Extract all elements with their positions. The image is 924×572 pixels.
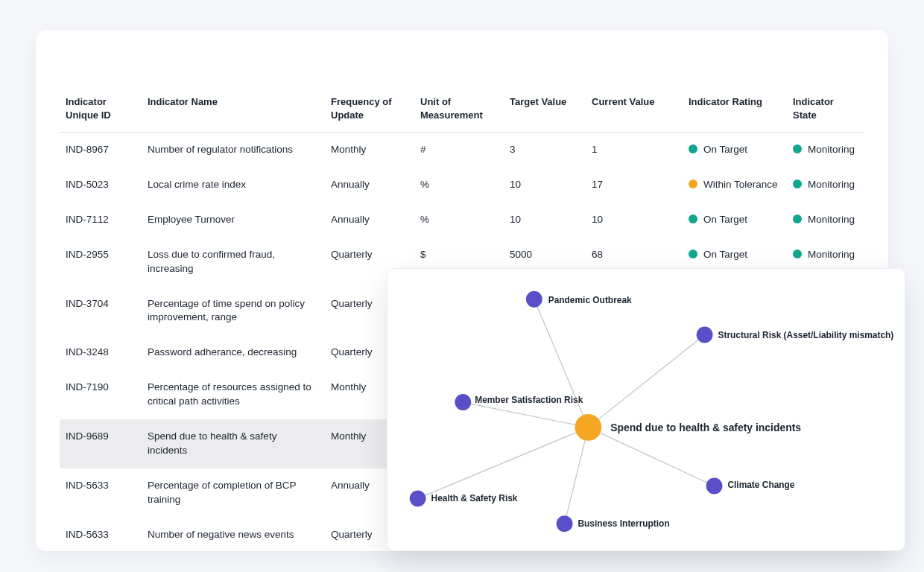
status-dot-icon: [793, 179, 802, 188]
cell-target: 10: [504, 168, 586, 203]
cell-name: Number of regulator notifications: [142, 133, 325, 168]
cell-freq-text: Annually: [331, 480, 370, 491]
cell-freq-text: Monthly: [331, 144, 366, 155]
cell-name: Loss due to confirmed fraud, increasing: [142, 238, 325, 287]
chart-edge: [565, 428, 589, 524]
cell-unit: #: [414, 133, 504, 168]
relationship-chart-panel: Pandemic OutbreakStructural Risk (Asset/…: [387, 268, 905, 551]
status-dot-icon: [793, 250, 802, 258]
relationship-chart-svg: Pandemic OutbreakStructural Risk (Asset/…: [387, 269, 905, 550]
chart-node[interactable]: [557, 515, 573, 532]
table-row[interactable]: IND-7112Employee TurnoverAnnually%1010On…: [60, 203, 864, 238]
chart-node-label: Pandemic Outbreak: [548, 295, 632, 305]
chart-node[interactable]: [697, 327, 713, 343]
cell-name-text: Number of negative news events: [148, 529, 294, 540]
cell-id: IND-3248: [60, 335, 142, 370]
cell-current: 10: [586, 203, 683, 238]
cell-freq: Monthly: [325, 133, 414, 168]
table-row[interactable]: IND-5023Local crime rate indexAnnually%1…: [60, 168, 864, 203]
cell-id-text: IND-5633: [66, 480, 109, 491]
chart-center-node[interactable]: [575, 414, 602, 441]
cell-name-text: Percentage of resources assigned to crit…: [148, 381, 311, 407]
cell-name-text: Percentage of time spend on policy impro…: [148, 298, 305, 323]
chart-node[interactable]: [410, 490, 426, 506]
chart-node[interactable]: [706, 478, 723, 495]
cell-unit: %: [414, 203, 504, 238]
chart-node[interactable]: [526, 291, 542, 308]
cell-current-text: 10: [592, 214, 603, 225]
cell-freq-text: Quarterly: [331, 529, 373, 540]
chart-node-label: Member Satisfaction Risk: [475, 395, 583, 405]
chart-edge: [534, 299, 589, 428]
col-header-id[interactable]: Indicator Unique ID: [60, 95, 142, 133]
chart-edge: [588, 428, 714, 486]
rating-label: On Target: [703, 144, 747, 155]
chart-node-label: Structural Risk (Asset/Liability mismatc…: [718, 330, 893, 340]
cell-id: IND-9689: [60, 419, 142, 468]
cell-freq-text: Quarterly: [331, 298, 373, 309]
table-header-row: Indicator Unique ID Indicator Name Frequ…: [60, 95, 864, 133]
col-header-name[interactable]: Indicator Name: [142, 95, 325, 133]
status-dot-icon: [689, 179, 697, 188]
cell-name: Spend due to health & safety incidents: [142, 419, 325, 468]
cell-id: IND-7190: [60, 370, 142, 419]
cell-rating: On Target: [683, 203, 787, 238]
cell-name: Percentage of completion of BCP training: [142, 468, 325, 518]
col-header-target[interactable]: Target Value: [504, 95, 586, 133]
cell-id: IND-5633: [60, 468, 142, 518]
rating-label: Within Tolerance: [703, 179, 778, 190]
cell-rating: On Target: [683, 133, 787, 168]
cell-target: 3: [504, 133, 586, 168]
cell-current-text: 17: [592, 179, 603, 190]
cell-target-text: 10: [510, 214, 521, 225]
cell-unit-text: $: [420, 249, 426, 260]
cell-freq-text: Monthly: [331, 381, 366, 393]
col-header-state[interactable]: Indicator State: [787, 95, 864, 133]
cell-id: IND-5023: [60, 168, 142, 203]
cell-freq-text: Quarterly: [331, 346, 373, 358]
chart-node[interactable]: [455, 394, 471, 410]
status-dot-icon: [793, 214, 802, 223]
cell-name: Number of negative news events: [142, 518, 325, 553]
cell-unit-text: #: [420, 144, 426, 155]
table-row[interactable]: IND-8967Number of regulator notification…: [60, 133, 864, 168]
cell-name-text: Local crime rate index: [148, 179, 246, 190]
cell-name-text: Number of regulator notifications: [148, 144, 293, 155]
cell-state: Monitoring: [787, 168, 864, 203]
cell-id: IND-5633: [60, 518, 142, 553]
cell-id: IND-2955: [60, 238, 142, 287]
cell-unit-text: %: [420, 214, 429, 225]
cell-freq: Annually: [325, 168, 414, 203]
col-header-unit[interactable]: Unit of Measurement: [414, 95, 504, 133]
cell-id-text: IND-3248: [66, 346, 109, 358]
chart-edge: [588, 335, 704, 428]
state-label: Monitoring: [808, 179, 855, 190]
col-header-rating[interactable]: Indicator Rating: [683, 95, 787, 133]
rating-label: On Target: [703, 249, 747, 260]
state-label: Monitoring: [808, 214, 855, 225]
cell-id-text: IND-9689: [66, 430, 109, 442]
cell-name-text: Employee Turnover: [148, 214, 235, 225]
status-dot-icon: [689, 250, 697, 258]
col-header-current[interactable]: Current Value: [586, 95, 683, 133]
cell-current: 17: [586, 168, 683, 203]
cell-id-text: IND-7190: [66, 381, 109, 393]
cell-id-text: IND-8967: [66, 144, 109, 155]
cell-target-text: 5000: [510, 249, 532, 260]
cell-name-text: Spend due to health & safety incidents: [148, 430, 276, 456]
cell-id-text: IND-5023: [66, 179, 109, 190]
cell-target: 10: [504, 203, 586, 238]
rating-label: On Target: [703, 214, 747, 225]
cell-name-text: Percentage of completion of BCP training: [148, 480, 296, 505]
cell-freq-text: Quarterly: [331, 249, 373, 260]
chart-center-label: Spend due to health & safety incidents: [610, 422, 801, 433]
cell-id-text: IND-2955: [66, 249, 109, 260]
cell-name: Employee Turnover: [142, 203, 325, 238]
cell-name: Percentage of resources assigned to crit…: [142, 370, 325, 419]
status-dot-icon: [793, 144, 802, 153]
cell-unit-text: %: [420, 179, 429, 190]
cell-freq-text: Annually: [331, 179, 370, 190]
col-header-freq[interactable]: Frequency of Update: [325, 95, 414, 133]
cell-rating: Within Tolerance: [683, 168, 787, 203]
cell-current-text: 1: [592, 144, 598, 155]
